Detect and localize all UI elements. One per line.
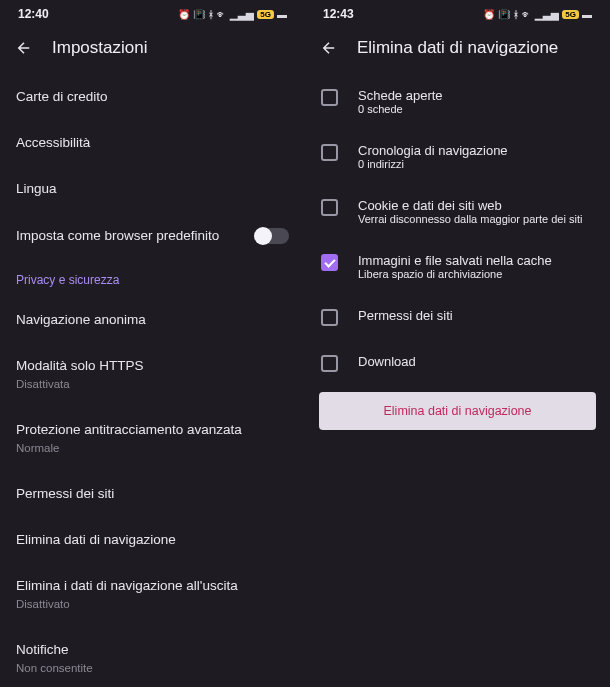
row-site-permissions[interactable]: Permessi dei siti [0, 471, 305, 517]
option-site-permissions[interactable]: Permessi dei siti [305, 294, 610, 340]
row-notifications[interactable]: Notifiche Non consentite [0, 627, 305, 687]
row-language[interactable]: Lingua [0, 166, 305, 212]
option-open-tabs[interactable]: Schede aperte 0 schede [305, 74, 610, 129]
vibrate-icon: 📳 [498, 9, 510, 20]
option-sub: Verrai disconnesso dalla maggior parte d… [358, 213, 582, 225]
page-title: Elimina dati di navigazione [357, 38, 558, 58]
back-icon[interactable] [14, 38, 34, 58]
row-label: Carte di credito [16, 88, 289, 106]
row-sub: Non consentite [16, 661, 289, 677]
row-private-browsing[interactable]: Navigazione anonima [0, 297, 305, 343]
row-label: Notifiche [16, 641, 289, 659]
page-title: Impostazioni [52, 38, 147, 58]
row-accessibility[interactable]: Accessibilità [0, 120, 305, 166]
checkbox[interactable] [321, 309, 338, 326]
row-label: Modalità solo HTTPS [16, 357, 289, 375]
row-tracking-protection[interactable]: Protezione antitracciamento avanzata Nor… [0, 407, 305, 471]
row-label: Accessibilità [16, 134, 289, 152]
option-cookies[interactable]: Cookie e dati dei siti web Verrai discon… [305, 184, 610, 239]
signal-icon: ▁▃▅ [535, 9, 559, 20]
checkbox[interactable] [321, 355, 338, 372]
bluetooth-icon: ᚼ [513, 9, 519, 20]
network-badge: 5G [257, 10, 274, 19]
option-downloads[interactable]: Download [305, 340, 610, 386]
back-icon[interactable] [319, 38, 339, 58]
option-sub: 0 schede [358, 103, 443, 115]
header: Elimina dati di navigazione [305, 28, 610, 68]
status-bar: 12:40 ⏰ 📳 ᚼ ᯤ ▁▃▅ 5G ▬ [0, 0, 305, 28]
row-label: Lingua [16, 180, 289, 198]
toggle-default-browser[interactable] [255, 228, 289, 244]
status-icons: ⏰ 📳 ᚼ ᯤ ▁▃▅ 5G ▬ [178, 9, 287, 20]
bluetooth-icon: ᚼ [208, 9, 214, 20]
delete-options-list[interactable]: Schede aperte 0 schede Cronologia di nav… [305, 68, 610, 687]
wifi-icon: ᯤ [217, 9, 227, 20]
row-label: Protezione antitracciamento avanzata [16, 421, 289, 439]
network-badge: 5G [562, 10, 579, 19]
option-label: Immagini e file salvati nella cache [358, 253, 552, 268]
section-privacy: Privacy e sicurezza [0, 259, 305, 297]
option-label: Schede aperte [358, 88, 443, 103]
row-delete-browsing-data[interactable]: Elimina dati di navigazione [0, 517, 305, 563]
alarm-icon: ⏰ [178, 9, 190, 20]
option-cache[interactable]: Immagini e file salvati nella cache Libe… [305, 239, 610, 294]
row-sub: Normale [16, 441, 289, 457]
row-label: Elimina dati di navigazione [16, 531, 289, 549]
battery-icon: ▬ [582, 9, 592, 20]
alarm-icon: ⏰ [483, 9, 495, 20]
settings-list[interactable]: Carte di credito Accessibilità Lingua Im… [0, 68, 305, 687]
option-label: Cronologia di navigazione [358, 143, 508, 158]
checkbox[interactable] [321, 254, 338, 271]
row-sub: Disattivata [16, 377, 289, 393]
row-https-only[interactable]: Modalità solo HTTPS Disattivata [0, 343, 305, 407]
row-sub: Disattivato [16, 597, 289, 613]
row-delete-on-quit[interactable]: Elimina i dati di navigazione all'uscita… [0, 563, 305, 627]
option-label: Download [358, 354, 416, 369]
settings-screen: 12:40 ⏰ 📳 ᚼ ᯤ ▁▃▅ 5G ▬ Impostazioni Cart… [0, 0, 305, 687]
delete-data-screen: 12:43 ⏰ 📳 ᚼ ᯤ ▁▃▅ 5G ▬ Elimina dati di n… [305, 0, 610, 687]
row-default-browser[interactable]: Imposta come browser predefinito [0, 213, 305, 259]
row-label: Elimina i dati di navigazione all'uscita [16, 577, 289, 595]
option-sub: Libera spazio di archiviazione [358, 268, 552, 280]
row-label: Navigazione anonima [16, 311, 289, 329]
wifi-icon: ᯤ [522, 9, 532, 20]
checkbox[interactable] [321, 144, 338, 161]
row-label: Imposta come browser predefinito [16, 227, 255, 245]
battery-icon: ▬ [277, 9, 287, 20]
header: Impostazioni [0, 28, 305, 68]
option-history[interactable]: Cronologia di navigazione 0 indirizzi [305, 129, 610, 184]
row-credit-cards[interactable]: Carte di credito [0, 74, 305, 120]
signal-icon: ▁▃▅ [230, 9, 254, 20]
row-label: Permessi dei siti [16, 485, 289, 503]
option-label: Permessi dei siti [358, 308, 453, 323]
option-label: Cookie e dati dei siti web [358, 198, 582, 213]
option-sub: 0 indirizzi [358, 158, 508, 170]
vibrate-icon: 📳 [193, 9, 205, 20]
checkbox[interactable] [321, 199, 338, 216]
status-icons: ⏰ 📳 ᚼ ᯤ ▁▃▅ 5G ▬ [483, 9, 592, 20]
status-time: 12:40 [18, 7, 49, 21]
status-bar: 12:43 ⏰ 📳 ᚼ ᯤ ▁▃▅ 5G ▬ [305, 0, 610, 28]
checkbox[interactable] [321, 89, 338, 106]
delete-button[interactable]: Elimina dati di navigazione [319, 392, 596, 430]
status-time: 12:43 [323, 7, 354, 21]
